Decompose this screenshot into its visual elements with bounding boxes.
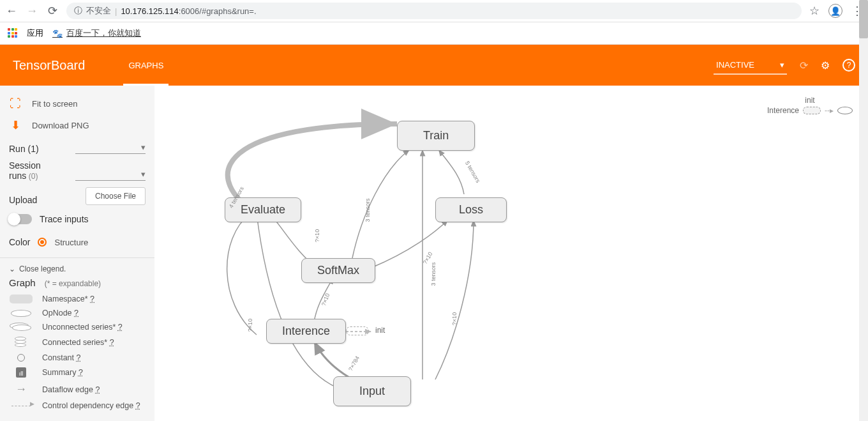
minimap-interence: Interence (767, 106, 799, 115)
session-select[interactable]: ▾ (75, 169, 146, 181)
bookmark-baidu[interactable]: 🐾 百度一下，你就知道 (52, 27, 141, 39)
forward-button[interactable]: → (26, 4, 38, 18)
graph-canvas[interactable]: Train Evaluate Loss SoftMax Interence In… (154, 86, 868, 421)
apps-label[interactable]: 应用 (27, 27, 43, 39)
sidebar: ⛶ Fit to screen ⬇ Download PNG Run (1) ▾… (0, 86, 154, 421)
node-loss[interactable]: Loss (435, 197, 507, 222)
node-interence[interactable]: Interence (266, 319, 346, 344)
structure-radio[interactable] (38, 238, 47, 247)
node-input[interactable]: Input (333, 376, 411, 406)
trace-inputs-toggle[interactable] (9, 214, 32, 224)
edge-label: ?×10 (451, 312, 458, 325)
url-rest: :6006/#graphs&run=. (179, 6, 257, 16)
node-train[interactable]: Train (397, 121, 475, 151)
run-label: Run (1) (9, 144, 47, 154)
fit-icon: ⛶ (9, 97, 22, 111)
tensorboard-header: TensorBoard GRAPHS INACTIVE ▾ ⟳ ⚙ ? (0, 45, 868, 86)
pipe: | (115, 6, 117, 16)
legend-opnode: OpNode ? (9, 306, 146, 320)
fit-label: Fit to screen (32, 99, 78, 109)
edge-label: 3 tensors (430, 262, 437, 286)
minimap: init Interence --▸ (767, 96, 853, 115)
minimap-init: init (805, 96, 814, 105)
legend-connected: Connected series* ? (9, 334, 146, 351)
url-host: 10.176.125.114 (121, 6, 178, 16)
legend-ctrldep: Control dependency edge ? (9, 399, 146, 413)
tensorboard-logo: TensorBoard (13, 58, 85, 73)
download-png[interactable]: ⬇ Download PNG (9, 114, 146, 136)
structure-label: Structure (54, 238, 88, 247)
edge-label: ?×10 (247, 319, 253, 332)
legend-unconnected: Unconnected series* ? (9, 320, 146, 334)
session-count: (0) (29, 172, 38, 181)
address-bar[interactable]: ⓘ 不安全 | 10.176.125.114:6006/#graphs&run=… (66, 3, 802, 19)
trace-label: Trace inputs (40, 214, 89, 224)
close-legend[interactable]: ⌄ Close legend. (9, 264, 146, 273)
settings-icon[interactable]: ⚙ (821, 59, 830, 72)
run-status: INACTIVE (716, 60, 754, 70)
reload-button[interactable]: ⟳ (46, 4, 59, 18)
scrollbar-thumb[interactable] (859, 0, 868, 38)
star-icon[interactable]: ☆ (809, 4, 819, 18)
edge-label: 3 tensors (364, 198, 371, 222)
profile-icon[interactable]: 👤 (828, 4, 842, 18)
edge-label: ?×784 (347, 355, 361, 372)
back-button[interactable]: ← (5, 4, 18, 18)
tab-graphs[interactable]: GRAPHS (123, 45, 168, 86)
fit-to-screen[interactable]: ⛶ Fit to screen (9, 93, 146, 114)
graph-label: Graph (9, 277, 36, 288)
bookmark-label: 百度一下，你就知道 (66, 27, 141, 39)
browser-toolbar: ← → ⟳ ⓘ 不安全 | 10.176.125.114:6006/#graph… (0, 0, 868, 22)
edge-label: ?×10 (314, 229, 320, 242)
run-selector[interactable]: INACTIVE ▾ (714, 56, 787, 75)
info-icon: ⓘ (74, 5, 82, 17)
choose-file-button[interactable]: Choose File (86, 187, 146, 205)
upload-label: Upload (9, 195, 37, 205)
edge-label: ?×10 (320, 293, 331, 307)
legend-constant: Constant ? (9, 351, 146, 365)
bookmark-bar: 应用 🐾 百度一下，你就知道 (0, 22, 868, 45)
color-label: Color (9, 237, 30, 247)
run-select[interactable]: ▾ (75, 142, 146, 154)
node-init-label: init (375, 326, 385, 335)
node-softmax[interactable]: SoftMax (301, 258, 375, 283)
legend-summary: ıllSummary ? (9, 365, 146, 380)
chevron-down-icon: ⌄ (9, 264, 15, 273)
insecure-label: 不安全 (86, 5, 111, 17)
legend-dataflow: →Dataflow edge ? (9, 380, 146, 399)
download-icon: ⬇ (9, 118, 22, 132)
scrollbar[interactable] (859, 0, 868, 421)
expandable-note: (* = expandable) (45, 279, 101, 288)
paw-icon: 🐾 (52, 29, 63, 38)
chevron-down-icon: ▾ (780, 60, 784, 70)
help-icon[interactable]: ? (842, 59, 855, 72)
legend-namespace: Namespace* ? (9, 292, 146, 306)
download-label: Download PNG (32, 121, 89, 130)
apps-icon[interactable] (8, 28, 18, 38)
node-init-ghost (346, 326, 369, 335)
edge-label: 5 tensors (464, 160, 481, 183)
refresh-icon[interactable]: ⟳ (800, 59, 808, 72)
